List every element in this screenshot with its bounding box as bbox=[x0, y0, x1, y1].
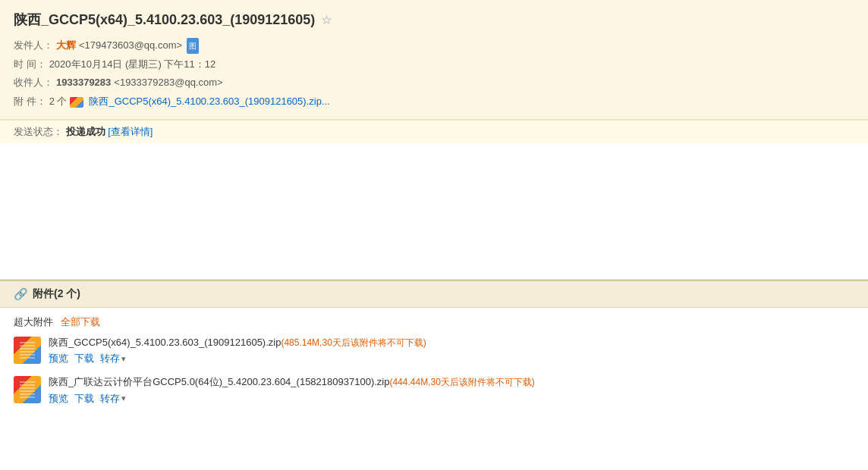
attachment-filename-2: 陕西_广联达云计价平台GCCP5.0(64位)_5.4200.23.604_(1… bbox=[49, 374, 854, 390]
sender-name: 大辉 bbox=[56, 36, 76, 55]
attachment-meta-1: (485.14M,30天后该附件将不可下载) bbox=[281, 337, 426, 348]
attachments-section: 🔗 附件(2 个) 超大附件 全部下载 陕西_GCCP5(x64)_5.4100… bbox=[0, 280, 868, 427]
delivery-status-text: 投递成功 bbox=[66, 126, 105, 137]
paperclip-icon: 🔗 bbox=[14, 287, 28, 301]
attachment-actions-2: 预览 下载 转存▾ bbox=[49, 392, 854, 406]
transfer-link-1[interactable]: 转存▾ bbox=[100, 352, 126, 365]
transfer-label-1: 转存 bbox=[100, 352, 120, 365]
attachment-inline-link[interactable]: 陕西_GCCP5(x64)_5.4100.23.603_(1909121605)… bbox=[89, 92, 329, 111]
filename-text-1: 陕西_GCCP5(x64)_5.4100.23.603_(1909121605)… bbox=[49, 337, 281, 348]
email-meta: 发件人： 大辉 <179473603@qq.com> 图 时 间： 2020年1… bbox=[14, 36, 854, 111]
time-label: 时 间： bbox=[14, 55, 46, 74]
attachments-body: 超大附件 全部下载 陕西_GCCP5(x64)_5.4100.23.603_(1… bbox=[0, 308, 868, 427]
zip-icon-visual-1 bbox=[14, 337, 41, 364]
sender-label: 发件人： bbox=[14, 36, 53, 55]
email-subject: 陕西_GCCP5(x64)_5.4100.23.603_(1909121605)… bbox=[14, 11, 854, 29]
transfer-link-2[interactable]: 转存▾ bbox=[100, 392, 126, 406]
super-attachment-label: 超大附件 bbox=[14, 315, 53, 329]
attachment-label: 附 件： bbox=[14, 92, 46, 111]
attachment-inline-row: 附 件： 2 个 陕西_GCCP5(x64)_5.4100.23.603_(19… bbox=[14, 92, 854, 111]
delivery-label: 发送状态： bbox=[14, 126, 63, 137]
zip-icon-visual-2 bbox=[14, 376, 41, 403]
super-attachment-row: 超大附件 全部下载 bbox=[14, 315, 854, 329]
zip-icon-1 bbox=[14, 337, 41, 364]
attachment-item-1: 陕西_GCCP5(x64)_5.4100.23.603_(1909121605)… bbox=[14, 335, 854, 366]
recipient-email: <1933379283@qq.com> bbox=[114, 74, 222, 92]
zip-icon-2 bbox=[14, 376, 41, 403]
delivery-detail-link[interactable]: [查看详情] bbox=[108, 126, 153, 137]
zip-inline-icon bbox=[70, 97, 83, 108]
download-link-1[interactable]: 下载 bbox=[74, 352, 94, 365]
recipient-label: 收件人： bbox=[14, 74, 53, 92]
sender-email: <179473603@qq.com> bbox=[79, 36, 182, 55]
sender-row: 发件人： 大辉 <179473603@qq.com> 图 bbox=[14, 36, 854, 55]
transfer-arrow-1: ▾ bbox=[121, 354, 126, 364]
subject-text: 陕西_GCCP5(x64)_5.4100.23.603_(1909121605) bbox=[14, 11, 315, 29]
email-body bbox=[0, 143, 868, 280]
email-container: 陕西_GCCP5(x64)_5.4100.23.603_(1909121605)… bbox=[0, 0, 868, 427]
verify-icon: 图 bbox=[187, 38, 199, 54]
attachment-info-1: 陕西_GCCP5(x64)_5.4100.23.603_(1909121605)… bbox=[49, 335, 854, 366]
download-all-button[interactable]: 全部下载 bbox=[61, 315, 100, 329]
recipient-name: 1933379283 bbox=[56, 74, 111, 92]
delivery-status-bar: 发送状态： 投递成功 [查看详情] bbox=[0, 120, 868, 143]
time-value: 2020年10月14日 (星期三) 下午11：12 bbox=[49, 55, 216, 74]
star-icon[interactable]: ☆ bbox=[321, 13, 332, 27]
download-link-2[interactable]: 下载 bbox=[74, 392, 94, 406]
attachments-header-label: 附件(2 个) bbox=[33, 287, 80, 301]
attachments-header: 🔗 附件(2 个) bbox=[0, 281, 868, 308]
recipient-row: 收件人： 1933379283 <1933379283@qq.com> bbox=[14, 74, 854, 92]
filename-text-2: 陕西_广联达云计价平台GCCP5.0(64位)_5.4200.23.604_(1… bbox=[49, 376, 389, 387]
preview-link-1[interactable]: 预览 bbox=[49, 352, 68, 365]
attachment-count: 2 个 bbox=[49, 92, 68, 111]
email-header: 陕西_GCCP5(x64)_5.4100.23.603_(1909121605)… bbox=[0, 0, 868, 120]
attachment-item-2: 陕西_广联达云计价平台GCCP5.0(64位)_5.4200.23.604_(1… bbox=[14, 374, 854, 406]
attachment-filename-1: 陕西_GCCP5(x64)_5.4100.23.603_(1909121605)… bbox=[49, 335, 854, 350]
attachment-meta-2: (444.44M,30天后该附件将不可下载) bbox=[389, 377, 534, 387]
time-row: 时 间： 2020年10月14日 (星期三) 下午11：12 bbox=[14, 55, 854, 74]
attachment-inline-icon bbox=[70, 92, 86, 111]
preview-link-2[interactable]: 预览 bbox=[49, 392, 68, 406]
attachment-info-2: 陕西_广联达云计价平台GCCP5.0(64位)_5.4200.23.604_(1… bbox=[49, 374, 854, 406]
attachment-actions-1: 预览 下载 转存▾ bbox=[49, 352, 854, 365]
transfer-label-2: 转存 bbox=[100, 392, 120, 406]
transfer-arrow-2: ▾ bbox=[121, 393, 126, 403]
